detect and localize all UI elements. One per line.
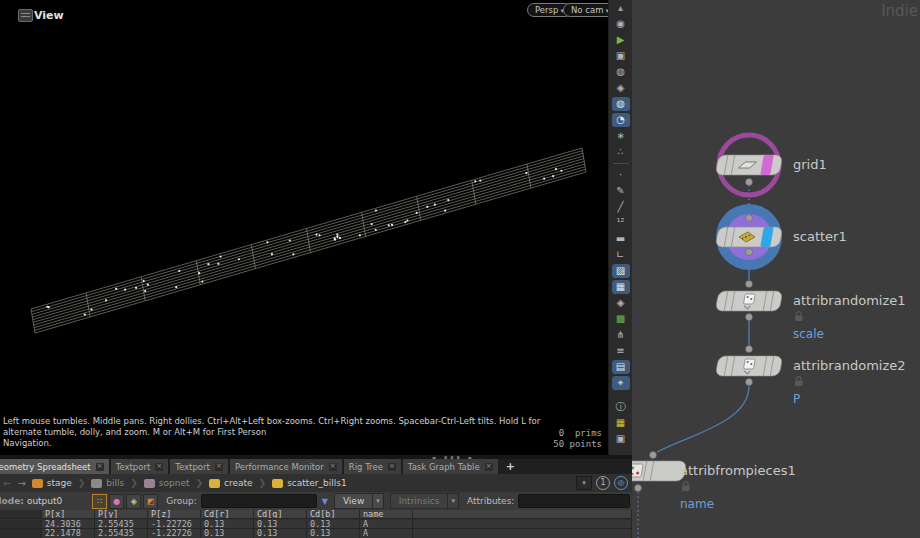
tab-close-icon[interactable]: × [155,463,163,471]
pen-icon[interactable]: ✎ [612,184,630,198]
axis-display-icon[interactable]: ⋔ [612,328,630,342]
wireframe-grid[interactable] [0,20,608,440]
pin-pane-button[interactable]: 1 [596,476,610,490]
tab-rig-tree[interactable]: Rig Tree× [344,459,401,474]
path-dropdown-button[interactable]: ▾ [576,476,592,490]
new-tab-button[interactable]: + [500,459,521,474]
detail-filter-button[interactable]: ◩ [143,494,158,509]
points-filter-button[interactable]: ∷ [92,494,107,509]
attributes-input[interactable] [518,494,630,508]
node-grid1[interactable]: grid1 [715,135,826,195]
scroll-up-icon[interactable]: ▴ [612,1,630,15]
location-pin-icon[interactable]: ⌖ [612,376,630,390]
scatter-point [334,239,336,241]
tab-task-graph-table[interactable]: Task Graph Table× [403,459,498,474]
headlight-icon[interactable]: ◍ [612,97,630,111]
snapshot-view-icon[interactable]: ▤ [612,360,630,374]
brush-icon[interactable]: ▬ [612,232,630,246]
output-connector[interactable] [746,379,753,386]
column-header[interactable]: P[x] [42,510,95,519]
attribute-table[interactable]: P[x]P[y]P[z]Cd[r]Cd[g]Cd[b]name24.30362.… [0,510,632,538]
link-target-icon[interactable]: ◎ [614,476,628,490]
group-input[interactable] [201,494,317,508]
view-mode-dropdown[interactable]: View ▾ [334,493,384,509]
tab-performance-monitor[interactable]: Performance Monitor× [230,459,342,474]
nav-back-button[interactable]: ← [3,478,11,489]
intrinsics-dropdown[interactable]: Intrinsics ▾ [390,493,459,509]
show-handles-icon[interactable]: ◍ [612,65,630,79]
column-header[interactable]: Cd[g] [254,510,307,519]
node-wire[interactable] [657,386,749,452]
breadcrumb-item-scatter_bills1[interactable]: scatter_bills1 [272,478,347,488]
nav-forward-button[interactable]: → [17,478,25,489]
node-attribrandomize1[interactable]: attribrandomize1scale [715,281,905,342]
output-connector[interactable] [746,179,753,186]
group-filter-icon[interactable]: ▼ [322,497,328,506]
input-connector[interactable] [746,215,753,222]
node-body[interactable] [715,356,783,376]
network-editor[interactable]: grid1scatter1attribrandomize1scaleattrib… [632,0,920,538]
tab-geometry-spreadsheet[interactable]: Geometry Spreadsheet× [0,459,109,474]
network-icon [209,479,220,488]
table-row[interactable]: 22.14782.55435-1.227260.130.130.13A [0,529,632,538]
input-connector[interactable] [746,346,753,353]
hands-tool-icon[interactable]: ∗ [612,129,630,143]
table-row[interactable]: 24.30362.55435-1.227260.130.130.13A [0,520,632,530]
node-graph[interactable]: grid1scatter1attribrandomize1scaleattrib… [632,0,920,538]
breadcrumb-item-stage[interactable]: stage [32,478,72,488]
breadcrumb-item-bills[interactable]: bills [91,478,124,488]
pane-tab-bar: Geometry Spreadsheet×Textport×Textport×P… [0,459,632,474]
grid-layout-icon[interactable]: ▦ [612,416,630,430]
input-connector[interactable] [650,452,657,459]
tab-close-icon[interactable]: × [485,463,493,471]
node-body[interactable] [715,227,783,247]
breadcrumb-item-sopnet[interactable]: sopnet [144,478,190,488]
column-header[interactable]: name [360,510,413,519]
view-pivot-icon[interactable]: ◔ [612,113,630,127]
tab-close-icon[interactable]: × [96,463,104,471]
node-body[interactable] [715,291,783,311]
column-header[interactable]: Cd[r] [201,510,254,519]
info-icon[interactable]: ⓘ [612,400,630,414]
points-display-icon[interactable]: ◈ [612,296,630,310]
node-body[interactable] [715,155,783,175]
prims-filter-button[interactable]: ● [109,494,124,509]
lock-icon[interactable]: ▣ [612,49,630,63]
image-view-icon[interactable]: ▣ [612,432,630,446]
breadcrumb-item-create[interactable]: create [209,478,253,488]
output-connector[interactable] [635,485,642,492]
scatter-point [336,236,338,238]
node-scatter1[interactable]: scatter1 [715,204,846,270]
needle-icon[interactable]: ╱ [612,200,630,214]
vertices-filter-button[interactable]: ◈ [126,494,141,509]
tab-close-icon[interactable]: × [215,463,223,471]
scene-viewport[interactable]: View Persp▾ No cam▾ Left mouse tumbles. … [0,0,608,455]
view-menu-icon[interactable]: ≡ [612,344,630,358]
node-label: scatter1 [793,229,847,244]
output-connector[interactable] [746,314,753,321]
column-header[interactable]: Cd[b] [307,510,360,519]
tab-textport[interactable]: Textport× [170,459,228,474]
select-tool-icon[interactable]: ▶ [612,33,630,47]
view-tool-icon[interactable]: ◉ [612,17,630,31]
column-header[interactable]: P[z] [148,510,201,519]
input-connector[interactable] [746,281,753,288]
tab-close-icon[interactable]: × [388,463,396,471]
ruler-icon[interactable]: ∟ [612,248,630,262]
grab-tool-icon[interactable]: ∴ [612,145,630,159]
camera-select-button[interactable]: No cam▾ [563,3,608,17]
column-header[interactable]: P[y] [95,510,148,519]
node-attribfrompieces1[interactable]: attribfrompieces1name [632,452,796,512]
bbox-display-icon[interactable]: ▩ [612,312,630,326]
node-body[interactable] [632,461,687,481]
output-connector[interactable] [746,249,753,256]
shaded-view-icon[interactable]: ▨ [612,264,630,278]
point-numbers-icon[interactable]: ¹² [612,216,630,230]
point-marker-icon[interactable]: · [612,168,630,182]
checker-background-icon[interactable]: ▦ [612,280,630,294]
pose-tool-icon[interactable]: ◈ [612,81,630,95]
tab-textport[interactable]: Textport× [111,459,169,474]
tab-close-icon[interactable]: × [329,463,337,471]
node-attribrandomize2[interactable]: attribrandomize2P [715,346,905,407]
node-attr-badge: scale [793,327,824,341]
